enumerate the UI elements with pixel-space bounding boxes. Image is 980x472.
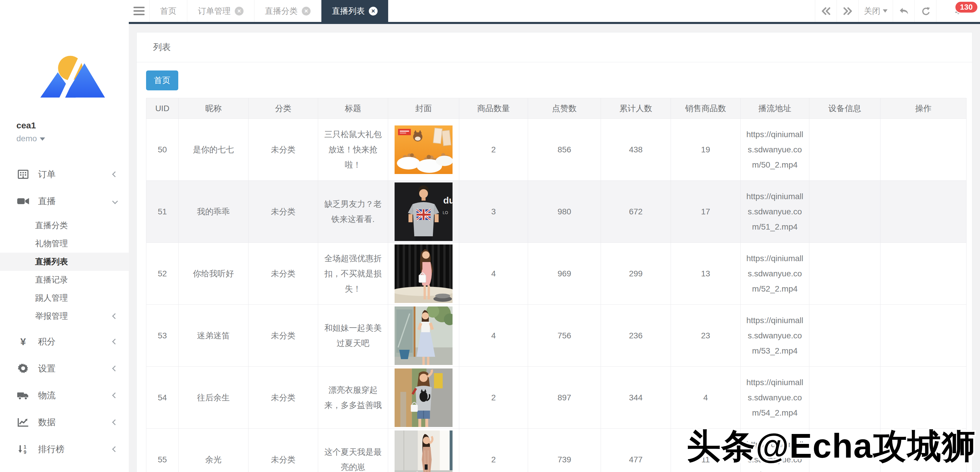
home-button[interactable]: 首页	[146, 70, 178, 90]
cell-goods-count: 4	[459, 243, 528, 305]
cell-goods-count: 2	[459, 367, 528, 429]
cell-actions	[880, 367, 967, 429]
column-header-uid: UID	[146, 98, 178, 119]
cell-nickname: 迷弟迷笛	[178, 305, 248, 367]
svg-text:1: 1	[24, 444, 26, 450]
cell-viewers: 672	[601, 181, 671, 243]
chart-icon	[16, 417, 30, 428]
column-header-device: 设备信息	[809, 98, 880, 119]
sidebar-item-live-records[interactable]: 直播记录	[0, 271, 129, 289]
sidebar-item-live[interactable]: 直播	[0, 188, 129, 215]
notification-badge: 130	[955, 1, 978, 13]
cell-title: 这个夏天我是最亮的崽	[318, 429, 388, 472]
cell-likes: 739	[528, 429, 601, 472]
tab-live-category[interactable]: 直播分类 ×	[255, 0, 321, 22]
menu-toggle-button[interactable]	[129, 0, 149, 22]
user-role-dropdown[interactable]: demo	[16, 134, 129, 143]
main-content: 列表 首页 UID 昵称 分类 标题 封	[129, 24, 980, 472]
sidebar-item-kick-management[interactable]: 踢人管理	[0, 289, 129, 307]
cell-viewers: 236	[601, 305, 671, 367]
column-header-nickname: 昵称	[178, 98, 248, 119]
sidebar-item-label: 物流	[38, 390, 113, 402]
cover-image	[395, 306, 453, 365]
svg-text:9: 9	[24, 450, 26, 455]
chevron-left-icon	[112, 419, 118, 425]
tab-home[interactable]: 首页	[150, 0, 187, 22]
cell-viewers: 438	[601, 119, 671, 181]
gear-icon	[16, 363, 30, 374]
cell-goods-count: 3	[459, 181, 528, 243]
cell-stream-url: https://qiniumalls.sdwanyue.com/54_2.mp4	[741, 367, 809, 429]
cell-nickname: 余光	[178, 429, 248, 472]
cell-category: 未分类	[248, 243, 318, 305]
sidebar-item-logistics[interactable]: 物流	[0, 382, 129, 409]
chevron-left-icon	[112, 339, 118, 344]
cell-uid: 50	[146, 119, 178, 181]
sidebar-item-ranking[interactable]: 19 排行榜	[0, 436, 129, 462]
cover-image	[395, 431, 453, 472]
close-tab-icon[interactable]: ×	[302, 7, 310, 16]
cell-category: 未分类	[248, 367, 318, 429]
sidebar-item-data[interactable]: 数据	[0, 409, 129, 436]
cell-sold: 23	[671, 305, 741, 367]
cover-text: du	[443, 195, 453, 205]
notifications-button[interactable]: 130	[936, 0, 980, 22]
sidebar-item-label: 订单	[38, 168, 113, 181]
column-header-category: 分类	[248, 98, 318, 119]
cell-stream-url: https://qiniumalls.sdwanyue.com/50_2.mp4	[741, 119, 809, 181]
column-header-stream-url: 播流地址	[741, 98, 809, 119]
tab-order-management[interactable]: 订单管理 ×	[187, 0, 255, 22]
topbar-underline	[129, 22, 980, 24]
sidebar-item-live-category[interactable]: 直播分类	[0, 216, 129, 234]
sidebar-item-gift-management[interactable]: 礼物管理	[0, 234, 129, 253]
cell-likes: 897	[528, 367, 601, 429]
sidebar-item-report-management[interactable]: 举报管理	[0, 307, 129, 325]
tab-label: 首页	[160, 6, 177, 17]
back-button[interactable]	[893, 0, 915, 22]
column-header-viewers: 累计人数	[601, 98, 671, 119]
caret-down-icon	[883, 10, 888, 13]
refresh-button[interactable]	[915, 0, 936, 22]
cell-actions	[880, 181, 967, 243]
close-tabs-dropdown[interactable]: 关闭	[858, 0, 893, 22]
cell-category: 未分类	[248, 181, 318, 243]
cell-title: 缺乏男友力？老铁来这看看.	[318, 181, 388, 243]
cell-actions	[880, 305, 967, 367]
cell-category: 未分类	[248, 119, 318, 181]
close-tab-icon[interactable]: ×	[369, 7, 378, 16]
sidebar-item-label: 排行榜	[38, 443, 113, 455]
cell-stream-url: https://qiniumalls.sdwanyue.com/53_2.mp4	[741, 305, 809, 367]
cell-title: 三只松鼠大礼包放送！快来抢啦！	[318, 119, 388, 181]
tab-label: 订单管理	[198, 6, 231, 17]
live-submenu: 直播分类 礼物管理 直播列表 直播记录 踢人管理 举报管理	[0, 216, 129, 325]
chevron-left-icon	[112, 313, 118, 319]
sidebar-item-live-list[interactable]: 直播列表	[0, 253, 129, 271]
chevron-down-icon	[112, 198, 118, 204]
sidebar-item-points[interactable]: ¥ 积分	[0, 328, 129, 355]
cover-image	[395, 369, 453, 427]
yen-icon: ¥	[16, 336, 30, 347]
user-role-label: demo	[16, 134, 37, 143]
cell-sold: 4	[671, 367, 741, 429]
tabs-scroll-right-button[interactable]	[837, 0, 858, 22]
chevron-left-icon	[112, 366, 118, 371]
tab-label: 直播分类	[265, 6, 298, 17]
sidebar-item-settings[interactable]: 设置	[0, 355, 129, 382]
cell-uid: 53	[146, 305, 178, 367]
cell-cover	[388, 429, 459, 472]
tab-live-list[interactable]: 直播列表 ×	[321, 0, 388, 22]
cover-image	[395, 125, 453, 174]
cell-category: 未分类	[248, 429, 318, 472]
tabs-scroll-left-button[interactable]	[815, 0, 837, 22]
column-header-actions: 操作	[880, 98, 967, 119]
cell-actions	[880, 119, 967, 181]
cell-device	[809, 243, 880, 305]
cell-likes: 980	[528, 181, 601, 243]
sidebar-item-orders[interactable]: 订单	[0, 161, 129, 188]
chevron-left-icon	[112, 446, 118, 452]
cell-nickname: 是你的七七	[178, 119, 248, 181]
sidebar-item-label: 直播	[38, 195, 113, 207]
close-tab-icon[interactable]: ×	[235, 7, 243, 16]
chevron-left-icon	[112, 393, 118, 398]
cell-nickname: 往后余生	[178, 367, 248, 429]
